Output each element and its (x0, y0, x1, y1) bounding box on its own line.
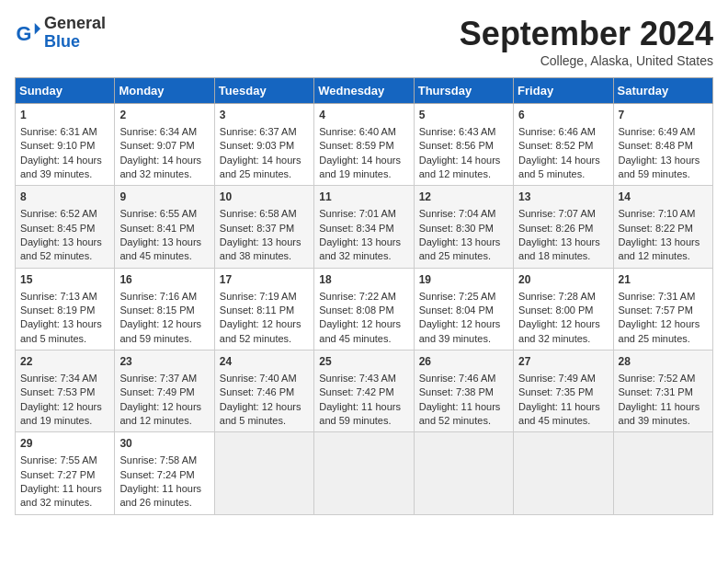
day-info-line: Daylight: 14 hours (119, 154, 209, 167)
day-info-line: Sunrise: 7:55 AM (20, 454, 109, 467)
day-info-line: Sunrise: 7:52 AM (619, 372, 708, 385)
calendar-cell: 27Sunrise: 7:49 AMSunset: 7:35 PMDayligh… (514, 350, 613, 432)
logo-blue-text: Blue (44, 32, 80, 51)
calendar-cell: 12Sunrise: 7:04 AMSunset: 8:30 PMDayligh… (414, 186, 513, 268)
calendar-cell (314, 432, 414, 514)
day-number: 29 (20, 436, 109, 452)
calendar-table: SundayMondayTuesdayWednesdayThursdayFrid… (15, 77, 713, 515)
header-day-sunday: Sunday (16, 78, 115, 104)
calendar-cell: 25Sunrise: 7:43 AMSunset: 7:42 PMDayligh… (314, 350, 414, 432)
day-number: 26 (419, 354, 508, 370)
day-info-line: and 45 minutes. (119, 249, 209, 263)
day-number: 23 (119, 354, 209, 370)
day-info-line: and 12 minutes. (119, 414, 209, 428)
day-info-line: Sunrise: 6:34 AM (119, 125, 209, 139)
day-info-line: Daylight: 14 hours (518, 154, 608, 167)
calendar-cell: 14Sunrise: 7:10 AMSunset: 8:22 PMDayligh… (613, 186, 712, 268)
day-info-line: Sunrise: 6:55 AM (119, 207, 209, 221)
day-info-line: Sunrise: 6:52 AM (20, 207, 109, 221)
day-info-line: Sunset: 7:31 PM (619, 385, 708, 399)
calendar-cell: 19Sunrise: 7:25 AMSunset: 8:04 PMDayligh… (414, 268, 513, 350)
day-number: 13 (518, 190, 608, 205)
day-info-line: Daylight: 11 hours (619, 400, 708, 414)
day-info-line: Daylight: 13 hours (619, 236, 708, 249)
day-info-line: Sunset: 8:48 PM (619, 139, 708, 153)
day-info-line: Daylight: 12 hours (119, 400, 209, 414)
day-number: 5 (419, 108, 508, 123)
day-number: 22 (20, 354, 109, 370)
calendar-cell: 20Sunrise: 7:28 AMSunset: 8:00 PMDayligh… (514, 268, 613, 350)
day-info-line: Sunrise: 7:22 AM (319, 290, 408, 304)
calendar-cell: 2Sunrise: 6:34 AMSunset: 9:07 PMDaylight… (115, 104, 214, 186)
day-info-line: Sunrise: 7:34 AM (20, 372, 109, 385)
header-day-monday: Monday (115, 78, 214, 104)
day-info-line: and 52 minutes. (20, 249, 109, 263)
day-info-line: Daylight: 13 hours (419, 236, 508, 249)
day-info-line: Sunrise: 7:10 AM (619, 207, 708, 221)
day-info-line: Sunrise: 7:07 AM (518, 207, 608, 221)
day-info-line: Sunrise: 6:37 AM (220, 125, 309, 139)
day-info-line: Sunset: 8:22 PM (619, 222, 708, 236)
day-info-line: Sunset: 8:45 PM (20, 222, 109, 236)
day-info-line: Daylight: 12 hours (419, 317, 508, 331)
day-number: 14 (619, 190, 708, 205)
day-info-line: and 59 minutes. (319, 414, 408, 428)
day-number: 25 (319, 354, 408, 370)
day-number: 16 (119, 272, 209, 288)
calendar-cell: 30Sunrise: 7:58 AMSunset: 7:24 PMDayligh… (115, 432, 214, 514)
day-number: 3 (220, 108, 309, 123)
day-number: 8 (20, 190, 109, 205)
day-info-line: Sunset: 7:27 PM (20, 468, 109, 482)
day-info-line: Sunrise: 7:46 AM (419, 372, 508, 385)
day-info-line: Daylight: 12 hours (518, 317, 608, 331)
header-day-thursday: Thursday (414, 78, 513, 104)
day-info-line: and 45 minutes. (518, 414, 608, 428)
day-info-line: Daylight: 11 hours (119, 482, 209, 496)
day-info-line: Sunset: 8:00 PM (518, 304, 608, 317)
day-info-line: Sunset: 8:26 PM (518, 222, 608, 236)
calendar-cell: 8Sunrise: 6:52 AMSunset: 8:45 PMDaylight… (16, 186, 115, 268)
day-info-line: Daylight: 12 hours (619, 317, 708, 331)
calendar-cell: 18Sunrise: 7:22 AMSunset: 8:08 PMDayligh… (314, 268, 414, 350)
calendar-header-row: SundayMondayTuesdayWednesdayThursdayFrid… (16, 78, 713, 104)
day-info-line: Daylight: 12 hours (220, 317, 309, 331)
calendar-cell (613, 432, 712, 514)
calendar-week-row: 15Sunrise: 7:13 AMSunset: 8:19 PMDayligh… (16, 268, 713, 350)
day-info-line: Sunset: 8:34 PM (319, 222, 408, 236)
day-number: 27 (518, 354, 608, 370)
day-info-line: Sunset: 8:52 PM (518, 139, 608, 153)
day-info-line: Daylight: 11 hours (419, 400, 508, 414)
day-info-line: Sunrise: 6:46 AM (518, 125, 608, 139)
day-info-line: Sunset: 7:49 PM (119, 385, 209, 399)
calendar-cell: 28Sunrise: 7:52 AMSunset: 7:31 PMDayligh… (613, 350, 712, 432)
calendar-cell: 24Sunrise: 7:40 AMSunset: 7:46 PMDayligh… (214, 350, 313, 432)
day-info-line: and 32 minutes. (20, 496, 109, 510)
calendar-cell: 10Sunrise: 6:58 AMSunset: 8:37 PMDayligh… (214, 186, 313, 268)
day-info-line: Sunset: 8:11 PM (220, 304, 309, 317)
day-info-line: and 25 minutes. (220, 167, 309, 181)
calendar-cell: 15Sunrise: 7:13 AMSunset: 8:19 PMDayligh… (16, 268, 115, 350)
header: G General Blue September 2024 College, A… (15, 15, 713, 68)
day-number: 12 (419, 190, 508, 205)
day-info-line: and 19 minutes. (319, 167, 408, 181)
day-number: 4 (319, 108, 408, 123)
day-number: 19 (419, 272, 508, 288)
day-number: 7 (619, 108, 708, 123)
calendar-cell (414, 432, 513, 514)
calendar-cell: 6Sunrise: 6:46 AMSunset: 8:52 PMDaylight… (514, 104, 613, 186)
day-number: 28 (619, 354, 708, 370)
day-info-line: and 59 minutes. (619, 167, 708, 181)
calendar-week-row: 22Sunrise: 7:34 AMSunset: 7:53 PMDayligh… (16, 350, 713, 432)
header-day-tuesday: Tuesday (214, 78, 313, 104)
calendar-title: September 2024 (460, 15, 713, 53)
day-info-line: Daylight: 12 hours (220, 400, 309, 414)
day-info-line: Daylight: 11 hours (319, 400, 408, 414)
day-info-line: Daylight: 14 hours (419, 154, 508, 167)
day-info-line: and 59 minutes. (119, 332, 209, 346)
day-info-line: Daylight: 14 hours (319, 154, 408, 167)
day-info-line: and 18 minutes. (518, 249, 608, 263)
calendar-cell: 4Sunrise: 6:40 AMSunset: 8:59 PMDaylight… (314, 104, 414, 186)
day-number: 15 (20, 272, 109, 288)
logo-general-text: General (44, 14, 106, 32)
day-info-line: Daylight: 14 hours (20, 154, 109, 167)
